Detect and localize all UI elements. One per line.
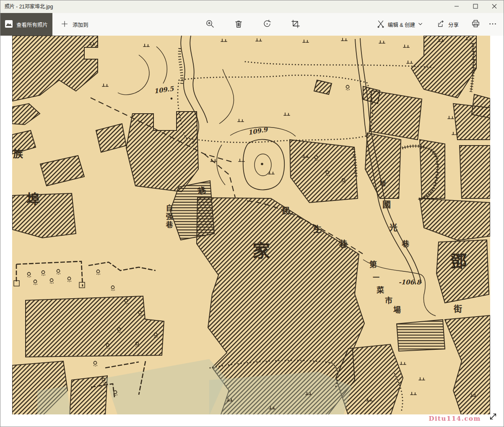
map-image[interactable]: 109.5109.9-106.8族埠家鄧巷自强巷民生巷晴國光巷第一菜市場街 [12, 36, 490, 414]
map-label: 埠 [26, 193, 40, 206]
resize-diagonal-icon [489, 412, 497, 422]
map-label: 民 [282, 207, 290, 215]
map-drawing [12, 36, 490, 414]
minimize-button[interactable] [447, 0, 466, 13]
center-icon-group [201, 13, 315, 36]
map-label: 巷 [339, 240, 347, 248]
rotate-icon [262, 19, 272, 30]
watermark: Ditu114.com [429, 415, 481, 422]
delete-icon [234, 19, 243, 30]
map-label: -106.8 [398, 279, 421, 286]
map-label: 巷 [402, 240, 409, 248]
maximize-icon [473, 4, 478, 10]
add-to-label: 添加到 [73, 21, 88, 29]
map-label: 鄧 [450, 253, 467, 270]
window-title: 照片 - 21邓家埠北.jpg [5, 0, 53, 13]
minimize-icon [454, 4, 459, 10]
edit-create-button[interactable]: 编辑 & 创建 [372, 13, 427, 36]
crop-button[interactable] [286, 13, 305, 36]
share-label: 分享 [448, 21, 459, 29]
elevation-dots [171, 98, 173, 100]
add-to-button[interactable]: 添加到 [57, 13, 92, 36]
resize-handle[interactable] [488, 411, 499, 422]
map-label: 晴 [380, 180, 386, 186]
photos-app-window: 照片 - 21邓家埠北.jpg 查看所有照片 添加到 [0, 0, 504, 427]
close-button[interactable] [485, 0, 504, 13]
add-icon [61, 20, 68, 29]
delete-button[interactable] [229, 13, 248, 36]
rotate-button[interactable] [258, 13, 276, 36]
map-label: 菜 [377, 286, 384, 294]
map-label: 家 [252, 242, 270, 260]
crop-icon [291, 19, 300, 30]
close-icon [492, 4, 497, 10]
zoom-button[interactable] [201, 13, 219, 36]
print-icon [471, 19, 480, 29]
map-label: 生 [313, 225, 322, 234]
right-icon-group: 编辑 & 创建 分享 [372, 13, 504, 36]
view-all-photos-label: 查看所有照片 [16, 21, 48, 29]
print-button[interactable] [467, 13, 484, 36]
map-label: 第 [369, 261, 377, 268]
photo-frame-icon [5, 20, 13, 29]
title-bar[interactable]: 照片 - 21邓家埠北.jpg [0, 0, 504, 13]
maximize-button[interactable] [466, 0, 485, 13]
map-label: 國 [382, 200, 391, 209]
map-label: 自强巷 [165, 204, 172, 229]
toolbar: 查看所有照片 添加到 编辑 & 创建 [0, 13, 504, 36]
zoom-icon [205, 19, 215, 30]
map-label: 光 [389, 224, 397, 232]
map-label: 市 [385, 297, 392, 305]
map-label: 一 [373, 274, 379, 281]
map-label: 族 [13, 149, 23, 159]
content-area: 109.5109.9-106.8族埠家鄧巷自强巷民生巷晴國光巷第一菜市場街 Di… [0, 36, 504, 427]
edit-create-label: 编辑 & 创建 [388, 21, 415, 29]
map-label: 場 [393, 306, 401, 314]
more-icon [488, 20, 497, 29]
more-button[interactable] [484, 13, 501, 36]
chevron-down-icon [418, 21, 423, 27]
share-button[interactable]: 分享 [433, 13, 463, 36]
share-icon [437, 20, 445, 29]
map-label: 街 [454, 305, 462, 313]
edit-create-icon [377, 20, 385, 29]
view-all-photos-button[interactable]: 查看所有照片 [0, 13, 52, 36]
